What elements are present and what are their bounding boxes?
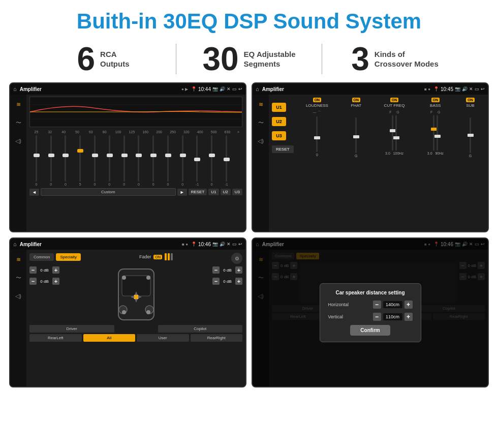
screen-crossover: ⌂ Amplifier ■ ● 📍 10:45 📷 🔊 ✕ ▭ ↩ ≋ 〜 ◁) [252,82,489,232]
balance-sidebar: ≋ 〜 ◁) [10,250,26,386]
crossover-sidebar-eq-icon[interactable]: ≋ [255,99,266,110]
rearleft-button[interactable]: RearLeft [29,334,82,342]
tab-common[interactable]: Common [29,253,54,261]
eq-u3-button[interactable]: U3 [232,189,242,195]
eq-slider-5[interactable]: 0 [88,135,102,186]
svg-point-14 [134,294,139,300]
vertical-ctrl: − 110cm + [373,313,413,321]
tab-specialty[interactable]: Specialty [56,253,80,261]
eq-next-button[interactable]: ► [177,189,187,196]
settings-icon[interactable]: ⚙ [231,253,242,264]
eq-slider-2[interactable]: 0 [44,135,58,186]
balance-sidebar-eq-icon[interactable]: ≋ [13,254,24,265]
sidebar-eq-icon[interactable]: ≋ [13,99,24,110]
balance-sidebar-speaker-icon[interactable]: ◁) [13,290,24,302]
vol-minus-tl[interactable]: − [29,266,37,274]
vol-plus-tl[interactable]: + [52,266,59,274]
left-vol-column: − 0 dB + − 0 dB + [29,266,59,285]
crossover-wifi-icon: ✕ [469,86,473,92]
eq-slider-10[interactable]: 0 [161,135,175,186]
copilot-button[interactable]: Copilot [158,325,243,333]
rearright-button[interactable]: RearRight [191,334,243,342]
balance-location-icon: 📍 [191,242,197,247]
balance-status-icons: 📍 10:46 📷 🔊 ✕ ▭ ↩ [191,242,242,247]
crossover-location-icon: 📍 [433,86,439,92]
eq-sliders: 0 0 0 5 0 0 0 0 0 0 0 -1 0 -1 [29,135,242,186]
eq-u1-button[interactable]: U1 [208,189,219,195]
u1-channel-button[interactable]: U1 [272,103,286,112]
crossover-sidebar-wave-icon[interactable]: 〜 [255,117,266,128]
eq-slider-7[interactable]: 0 [117,135,131,186]
back-icon[interactable]: ↩ [238,86,242,92]
user-button[interactable]: User [137,334,189,342]
vol-minus-tr[interactable]: − [212,266,220,274]
status-bar-crossover: ⌂ Amplifier ■ ● 📍 10:45 📷 🔊 ✕ ▭ ↩ [253,83,488,95]
vertical-minus[interactable]: − [373,313,381,321]
svg-point-11 [146,276,150,280]
screen-distance: ⌂ Amplifier ■ ● 📍 10:46 📷 🔊 ✕ ▭ ↩ ≋ 〜 ◁) [252,237,489,387]
horizontal-minus[interactable]: − [373,301,381,309]
vol-minus-br[interactable]: − [212,278,220,285]
sidebar-wave-icon[interactable]: 〜 [13,117,24,128]
vol-plus-br[interactable]: + [235,278,242,285]
stat-number-crossover: 3 [351,43,369,75]
wifi-icon: ✕ [227,86,231,92]
sidebar-speaker-icon[interactable]: ◁) [13,135,24,146]
eq-slider-14[interactable]: -1 [220,135,233,186]
crossover-back-icon[interactable]: ↩ [481,86,485,92]
eq-slider-4[interactable]: 5 [73,135,87,186]
bass-g-slider[interactable] [437,115,438,151]
vol-plus-tr[interactable]: + [235,266,242,274]
vertical-plus[interactable]: + [404,313,413,321]
bass-sub-labels: F G [430,110,440,114]
sub-slider[interactable] [470,117,471,153]
stats-row: 6 RCA Outputs 30 EQ Adjustable Segments … [0,39,498,82]
main-title: Buith-in 30EQ DSP Sound System [0,0,498,39]
balance-home-icon[interactable]: ⌂ [13,241,17,247]
crossover-reset-button[interactable]: RESET [272,145,294,153]
eq-slider-1[interactable]: 0 [29,135,43,186]
eq-slider-12[interactable]: -1 [191,135,204,186]
phat-on-badge: ON [352,98,361,102]
eq-slider-11[interactable]: 0 [176,135,190,186]
bass-f-slider[interactable] [433,115,434,151]
driver-button[interactable]: Driver [29,325,114,333]
eq-u2-button[interactable]: U2 [221,189,231,195]
stat-number-rca: 6 [77,43,95,75]
u3-channel-button[interactable]: U3 [272,131,286,140]
balance-back-icon[interactable]: ↩ [238,242,242,247]
crossover-sidebar-speaker-icon[interactable]: ◁) [255,135,266,146]
all-button[interactable]: All [83,334,136,342]
home-icon[interactable]: ⌂ [13,86,17,92]
phat-control: ON PHAT G [351,98,361,158]
eq-slider-13[interactable]: 0 [205,135,219,186]
loudness-label: LOUDNESS [306,103,328,108]
cutfreq-g-slider[interactable] [395,115,397,151]
balance-sidebar-wave-icon[interactable]: 〜 [13,272,24,283]
eq-label-25: 25 [29,130,43,134]
eq-slider-6[interactable]: 0 [103,135,116,186]
eq-slider-9[interactable]: 0 [146,135,160,186]
eq-reset-button[interactable]: RESET [189,189,207,195]
horizontal-plus[interactable]: + [404,301,413,309]
eq-label-160: 160 [139,130,152,134]
confirm-button[interactable]: Confirm [350,325,390,336]
loudness-slider[interactable] [316,116,318,152]
crossover-screen-content: ≋ 〜 ◁) U1 U2 U3 RESET [253,95,488,231]
bass-on-badge: ON [431,98,440,102]
eq-slider-3[interactable]: 0 [59,135,73,186]
u2-channel-button[interactable]: U2 [272,117,286,126]
balance-bottom-buttons-2: RearLeft All User RearRight [29,334,242,342]
vol-minus-bl[interactable]: − [29,278,37,285]
crossover-home-icon[interactable]: ⌂ [256,86,259,92]
eq-prev-button[interactable]: ◄ [29,189,39,196]
cutfreq-f-slider[interactable] [392,115,393,151]
car-shape-svg [116,266,157,322]
vol-plus-bl[interactable]: + [52,278,59,285]
eq-status-dots: ● ▶ [181,87,188,92]
eq-slider-8[interactable]: 0 [132,135,145,186]
phat-slider[interactable] [355,117,357,153]
fader-bar-1 [165,253,167,260]
eq-status-icons: 📍 10:44 📷 🔊 ✕ ▭ ↩ [191,86,242,92]
vol-ctrl-tl: − 0 dB + [29,266,59,274]
